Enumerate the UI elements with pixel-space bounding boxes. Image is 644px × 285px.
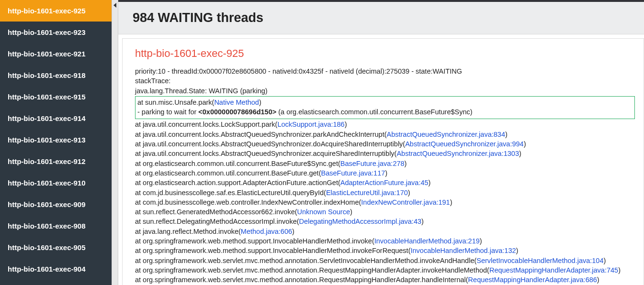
- frame-text: at org.springframework.web.method.suppor…: [135, 237, 374, 245]
- main-panel: 984 WAITING threads http-bio-1601-exec-9…: [118, 0, 644, 285]
- source-link[interactable]: InvocableHandlerMethod.java:219: [374, 237, 480, 245]
- frame-text: ): [429, 179, 431, 186]
- sidebar-item-thread[interactable]: http-bio-1601-exec-910: [0, 172, 112, 194]
- frame-text: ): [524, 140, 526, 148]
- source-link[interactable]: ServletInvocableHandlerMethod.java:104: [476, 257, 603, 264]
- source-link[interactable]: AbstractQueuedSynchronizer.java:834: [386, 131, 505, 138]
- stack-frame: at com.jd.businesscollege.saf.es.Elastic…: [135, 188, 635, 197]
- source-link[interactable]: AdapterActionFuture.java:45: [340, 179, 429, 186]
- sidebar-item-thread[interactable]: http-bio-1601-exec-918: [0, 65, 112, 86]
- stack-frame: at org.springframework.web.servlet.mvc.m…: [135, 275, 635, 285]
- stack-frame: at org.elasticsearch.action.support.Adap…: [135, 178, 635, 187]
- content-scroll[interactable]: http-bio-1601-exec-925 priority:10 - thr…: [118, 34, 644, 285]
- stack-frame: at org.springframework.web.method.suppor…: [135, 246, 635, 255]
- source-link[interactable]: IndexNewController.java:191: [361, 198, 450, 206]
- chevron-left-icon: [113, 3, 116, 8]
- frame-text: ): [597, 276, 599, 284]
- collapse-handle[interactable]: [112, 0, 118, 285]
- stack-frame: at java.lang.reflect.Method.invoke(Metho…: [135, 227, 635, 236]
- stack-frame: at sun.reflect.DelegatingMethodAccessorI…: [135, 217, 635, 226]
- source-link[interactable]: AbstractQueuedSynchronizer.java:994: [405, 140, 523, 148]
- sidebar-item-thread[interactable]: http-bio-1601-exec-904: [0, 258, 112, 280]
- frame-text: at org.springframework.web.servlet.mvc.m…: [135, 257, 476, 264]
- frame-text: ): [292, 228, 294, 235]
- frame-text: - parking to wait for: [137, 108, 198, 116]
- sidebar-item-thread[interactable]: http-bio-1601-exec-909: [0, 194, 112, 215]
- frame-text: at com.jd.businesscollege.web.controller…: [135, 198, 361, 206]
- sidebar-item-thread[interactable]: http-bio-1601-exec-925: [0, 0, 112, 22]
- frame-text: ): [450, 198, 452, 206]
- frame-text: at java.util.concurrent.locks.AbstractQu…: [135, 131, 386, 138]
- frame-text: ): [519, 150, 521, 157]
- stack-panel: http-bio-1601-exec-925 priority:10 - thr…: [122, 38, 644, 285]
- frame-text: at java.lang.reflect.Method.invoke(: [135, 228, 241, 235]
- stack-frame: at org.elasticsearch.common.util.concurr…: [135, 168, 635, 178]
- page-title: 984 WAITING threads: [133, 11, 630, 25]
- source-link[interactable]: Unknown Source: [297, 208, 350, 216]
- frame-text: ): [421, 218, 424, 225]
- sidebar-item-thread[interactable]: http-bio-1601-exec-912: [0, 151, 112, 172]
- frame-text: at org.springframework.web.servlet.mvc.m…: [135, 276, 468, 284]
- sidebar-item-thread[interactable]: http-bio-1601-exec-908: [0, 215, 112, 237]
- thread-state: java.lang.Thread.State: WAITING (parking…: [135, 86, 635, 96]
- frame-text: at org.elasticsearch.common.util.concurr…: [135, 169, 321, 177]
- stack-frame: at java.util.concurrent.locks.AbstractQu…: [135, 149, 635, 158]
- frame-text: ): [385, 169, 387, 177]
- sidebar-item-thread[interactable]: http-bio-1601-exec-921: [0, 43, 112, 65]
- sidebar: http-bio-1601-exec-925http-bio-1601-exec…: [0, 0, 112, 285]
- header-bar: 984 WAITING threads: [118, 0, 644, 34]
- sidebar-item-thread[interactable]: http-bio-1601-exec-923: [0, 22, 112, 43]
- stack-frame: at org.springframework.web.method.suppor…: [135, 236, 635, 246]
- frame-text: ): [405, 160, 407, 167]
- frame-text: ): [259, 99, 261, 106]
- stack-frame: at org.springframework.web.servlet.mvc.m…: [135, 265, 635, 275]
- frame-text: at java.util.concurrent.locks.AbstractQu…: [135, 140, 405, 148]
- source-link[interactable]: DelegatingMethodAccessorImpl.java:43: [299, 218, 422, 225]
- source-link[interactable]: ElasticLectureUtil.java:170: [326, 189, 408, 197]
- frame-text: at org.elasticsearch.action.support.Adap…: [135, 179, 340, 186]
- sidebar-item-thread[interactable]: http-bio-1601-exec-905: [0, 237, 112, 258]
- stacktrace-label: stackTrace:: [135, 76, 635, 86]
- sidebar-item-thread[interactable]: http-bio-1601-exec-914: [0, 108, 112, 129]
- sidebar-item-thread[interactable]: http-bio-1601-exec-915: [0, 86, 112, 108]
- frame-text: ): [408, 189, 410, 197]
- stack-frame: at sun.reflect.GeneratedMethodAccessor66…: [135, 207, 635, 217]
- source-link[interactable]: BaseFuture.java:278: [340, 160, 405, 167]
- frame-text: at java.util.concurrent.locks.AbstractQu…: [135, 150, 396, 157]
- source-link[interactable]: InvocableHandlerMethod.java:132: [410, 247, 516, 254]
- frame-text: ): [345, 121, 347, 128]
- frame-text: (a org.elasticsearch.common.util.concurr…: [276, 108, 472, 116]
- source-link[interactable]: LockSupport.java:186: [277, 121, 344, 128]
- frame-text: at org.elasticsearch.common.util.concurr…: [135, 160, 340, 167]
- frame-text: ): [350, 208, 352, 216]
- source-link[interactable]: AbstractQueuedSynchronizer.java:1303: [396, 150, 519, 157]
- source-link[interactable]: RequestMappingHandlerAdapter.java:745: [489, 266, 618, 274]
- frame-text: at sun.reflect.DelegatingMethodAccessorI…: [135, 218, 299, 225]
- frame-text: at java.util.concurrent.locks.LockSuppor…: [135, 121, 277, 128]
- frame-text: ): [618, 266, 621, 274]
- highlight-box: at sun.misc.Unsafe.park(Native Method) -…: [135, 96, 635, 120]
- stack-frame: at sun.misc.Unsafe.park(Native Method): [137, 98, 633, 107]
- frame-text: at sun.reflect.GeneratedMethodAccessor66…: [135, 208, 297, 216]
- source-link[interactable]: BaseFuture.java:117: [321, 169, 385, 177]
- frame-text: ): [604, 257, 606, 264]
- stack-frame: at java.util.concurrent.locks.LockSuppor…: [135, 120, 635, 129]
- frame-text: ): [516, 247, 519, 254]
- frame-text: at sun.misc.Unsafe.park(: [137, 99, 214, 106]
- source-link[interactable]: Method.java:606: [241, 228, 292, 235]
- frame-text: ): [505, 131, 508, 138]
- frame-text: at org.springframework.web.servlet.mvc.m…: [135, 266, 489, 274]
- source-link[interactable]: RequestMappingHandlerAdapter.java:686: [468, 276, 597, 284]
- stack-frame: at java.util.concurrent.locks.AbstractQu…: [135, 130, 635, 139]
- source-link[interactable]: Native Method: [214, 99, 259, 106]
- parking-line: - parking to wait for <0x000000078696d15…: [137, 107, 633, 117]
- thread-meta: priority:10 - threadId:0x00007f02e860580…: [135, 66, 635, 76]
- sidebar-item-thread[interactable]: http-bio-1601-exec-913: [0, 129, 112, 151]
- stack-frame: at org.springframework.web.servlet.mvc.m…: [135, 256, 635, 265]
- frame-text: ): [480, 237, 482, 245]
- thread-name: http-bio-1601-exec-925: [135, 47, 635, 60]
- frame-text: at org.springframework.web.method.suppor…: [135, 247, 410, 254]
- stack-frame: at org.elasticsearch.common.util.concurr…: [135, 159, 635, 168]
- stack-frame: at com.jd.businesscollege.web.controller…: [135, 197, 635, 207]
- stack-frame: at java.util.concurrent.locks.AbstractQu…: [135, 139, 635, 149]
